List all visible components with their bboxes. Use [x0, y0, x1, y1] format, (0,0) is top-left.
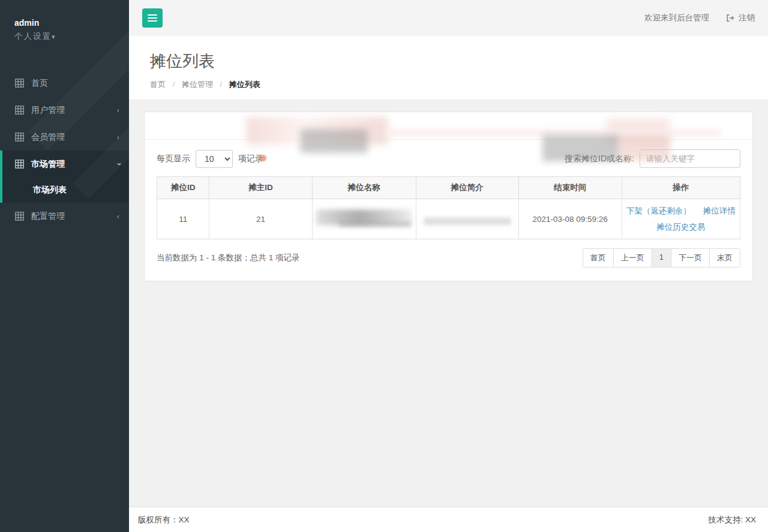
- cell-stall-name-redacted: [312, 199, 416, 239]
- search-control: 搜索摊位ID或名称:: [565, 149, 740, 168]
- sidebar-item-members[interactable]: 会员管理 ‹: [0, 124, 129, 151]
- action-stall-history-link[interactable]: 摊位历史交易: [656, 223, 705, 232]
- pagination-page-1-button[interactable]: 1: [652, 248, 671, 267]
- pagination: 首页 上一页 1 下一页 末页: [583, 248, 740, 267]
- breadcrumb-separator: /: [173, 80, 175, 89]
- sidebar-item-users[interactable]: 用户管理 ‹: [0, 97, 129, 124]
- sidebar-item-label: 市场管理: [31, 159, 65, 170]
- sidebar-subitem-market-list[interactable]: 市场列表: [2, 178, 129, 203]
- cell-stall-intro-redacted: [416, 199, 518, 239]
- caret-down-icon: ▾: [52, 33, 55, 40]
- redacted-blob: [339, 221, 411, 227]
- copyright-text: 版权所有：XX: [138, 515, 190, 525]
- cell-stall-id: 11: [157, 199, 209, 239]
- page-title: 摊位列表: [150, 50, 768, 72]
- chevron-down-icon: ‹: [117, 160, 119, 169]
- breadcrumb-stall-manage[interactable]: 摊位管理: [182, 80, 213, 89]
- col-header-owner-id: 摊主ID: [209, 177, 312, 199]
- col-header-actions: 操作: [622, 177, 740, 199]
- sidebar-group-market: 市场管理 ‹ 市场列表: [0, 151, 129, 203]
- pagination-first-button[interactable]: 首页: [583, 248, 614, 267]
- grid-icon: [15, 212, 24, 221]
- sidebar: admin 个人设置▾ 首页 用户管理 ‹ 会员管理 ‹: [0, 0, 129, 532]
- table-row: 11 21 2021-03-08 09:59:26: [157, 199, 740, 239]
- col-header-stall-intro: 摊位简介: [416, 177, 518, 199]
- per-page-control: 每页显示 10 项记录: [157, 150, 263, 168]
- per-page-suffix-label: 项记录: [238, 154, 263, 164]
- pagination-next-button[interactable]: 下一页: [671, 248, 710, 267]
- action-take-down-link[interactable]: 下架（返还剩余）: [626, 206, 691, 217]
- navbar-right: 欢迎来到后台管理 注销: [644, 13, 755, 23]
- main-area: 欢迎来到后台管理 注销 摊位列表 首页 / 摊位管理 / 摊位列表: [129, 0, 768, 532]
- chevron-left-icon: ‹: [117, 212, 119, 221]
- cell-owner-id: 21: [209, 199, 312, 239]
- search-label: 搜索摊位ID或名称:: [565, 154, 634, 164]
- action-stall-detail-link[interactable]: 摊位详情: [703, 206, 736, 217]
- redacted-blob: [316, 209, 412, 225]
- table-header-row: 摊位ID 摊主ID 摊位名称 摊位简介 结束时间 操作: [157, 177, 740, 199]
- sidebar-item-home[interactable]: 首页: [0, 70, 129, 97]
- sidebar-item-label: 首页: [31, 78, 48, 89]
- grid-icon: [15, 106, 24, 115]
- panel-body: 每页显示 10 项记录 搜索摊位ID或名称:: [145, 140, 752, 281]
- page-header: 摊位列表 首页 / 摊位管理 / 摊位列表: [129, 36, 768, 100]
- col-header-stall-name: 摊位名称: [312, 177, 416, 199]
- sidebar-item-label: 会员管理: [31, 132, 65, 143]
- search-input[interactable]: [640, 149, 740, 168]
- sidebar-menu: 首页 用户管理 ‹ 会员管理 ‹ 市场管理 ‹ 市场列表: [0, 70, 129, 230]
- welcome-text: 欢迎来到后台管理: [644, 13, 709, 23]
- content-area: 每页显示 10 项记录 搜索摊位ID或名称:: [129, 100, 768, 507]
- support-text: 技术支持: XX: [708, 515, 756, 525]
- pagination-last-button[interactable]: 末页: [709, 248, 740, 267]
- user-settings-dropdown[interactable]: 个人设置▾: [14, 31, 115, 42]
- stall-table: 摊位ID 摊主ID 摊位名称 摊位简介 结束时间 操作 11 2: [157, 176, 740, 239]
- app-root: admin 个人设置▾ 首页 用户管理 ‹ 会员管理 ‹: [0, 0, 768, 532]
- record-summary: 当前数据为 1 - 1 条数据；总共 1 项记录: [157, 253, 300, 263]
- breadcrumb: 首页 / 摊位管理 / 摊位列表: [150, 79, 768, 90]
- top-navbar: 欢迎来到后台管理 注销: [129, 0, 768, 36]
- breadcrumb-separator: /: [220, 80, 223, 89]
- breadcrumb-home[interactable]: 首页: [150, 80, 166, 89]
- per-page-select[interactable]: 10: [196, 150, 233, 168]
- col-header-end-time: 结束时间: [518, 177, 622, 199]
- per-page-prefix-label: 每页显示: [157, 154, 190, 164]
- chevron-left-icon: ‹: [117, 133, 119, 142]
- breadcrumb-current: 摊位列表: [229, 80, 260, 89]
- user-name: admin: [14, 18, 115, 28]
- panel-heading: [145, 112, 752, 140]
- table-controls: 每页显示 10 项记录 搜索摊位ID或名称:: [157, 149, 740, 168]
- grid-icon: [15, 133, 24, 142]
- logout-label: 注销: [739, 13, 755, 23]
- col-header-stall-id: 摊位ID: [157, 177, 209, 199]
- sidebar-item-market[interactable]: 市场管理 ‹: [2, 151, 129, 178]
- sidebar-subitem-label: 市场列表: [33, 185, 67, 196]
- page-footer: 版权所有：XX 技术支持: XX: [129, 507, 768, 532]
- pagination-prev-button[interactable]: 上一页: [613, 248, 652, 267]
- sidebar-item-config[interactable]: 配置管理 ‹: [0, 203, 129, 230]
- grid-icon: [15, 160, 24, 169]
- logout-icon: [726, 14, 734, 22]
- logout-link[interactable]: 注销: [726, 13, 755, 23]
- sidebar-item-label: 配置管理: [31, 211, 65, 222]
- redacted-blob: [424, 217, 511, 225]
- table-footer: 当前数据为 1 - 1 条数据；总共 1 项记录 首页 上一页 1 下一页 末页: [157, 248, 740, 267]
- cell-end-time: 2021-03-08 09:59:26: [518, 199, 622, 239]
- sidebar-toggle-button[interactable]: [142, 8, 163, 28]
- stall-list-panel: 每页显示 10 项记录 搜索摊位ID或名称:: [144, 112, 753, 281]
- cell-actions: 下架（返还剩余） 摊位详情 摊位历史交易: [622, 199, 740, 239]
- grid-icon: [15, 79, 24, 88]
- chevron-left-icon: ‹: [117, 106, 119, 115]
- sidebar-item-label: 用户管理: [31, 105, 65, 116]
- user-block: admin 个人设置▾: [0, 0, 129, 47]
